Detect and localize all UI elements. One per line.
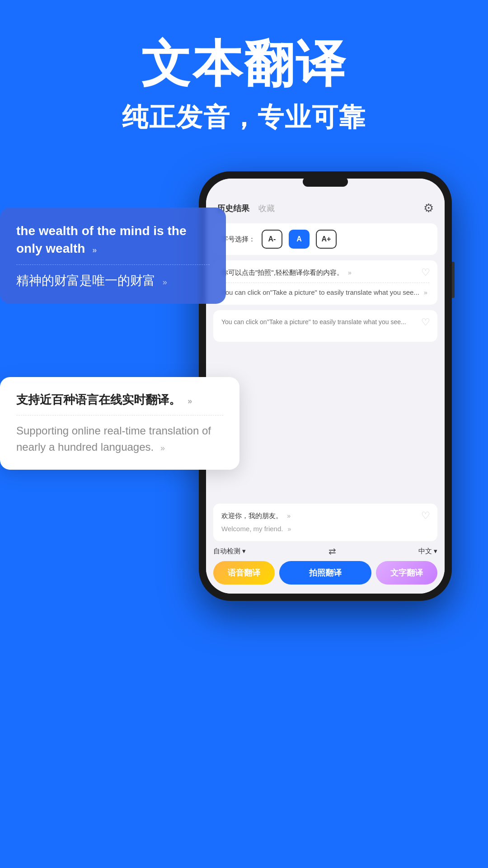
float-card-1-sound-icon[interactable]: »	[92, 245, 97, 256]
float-card-2-text-zh: 支持近百种语言在线实时翻译。 »	[16, 392, 223, 408]
lang-selector-row: 自动检测 ▾ ⇄ 中文 ▾	[213, 546, 437, 557]
heart-icon-1[interactable]: ♡	[421, 267, 430, 278]
history-card-1-zh: 你可以点击"拍照",轻松翻译你看的内容。 »	[221, 268, 429, 278]
history-card-3-en: Welcome, my friend. »	[221, 524, 429, 534]
card-1-divider	[221, 283, 429, 283]
text-translate-button[interactable]: 文字翻译	[376, 561, 437, 585]
heart-icon-2[interactable]: ♡	[421, 316, 430, 328]
font-medium-button[interactable]: A	[289, 230, 310, 249]
phone-side-button	[452, 262, 455, 298]
float-card-1: the wealth of the mind is the only wealt…	[0, 208, 226, 304]
float-card-1-text-zh: 精神的财富是唯一的财富 »	[16, 272, 210, 289]
swap-lang-button[interactable]: ⇄	[328, 546, 336, 557]
heart-icon-3[interactable]: ♡	[421, 510, 430, 522]
sound-icon-1a[interactable]: »	[348, 268, 352, 278]
font-size-label: 字号选择：	[221, 235, 255, 244]
phone-bottom: ♡ 欢迎你，我的朋友。 » Welcome, my friend. » 自动检测…	[206, 499, 445, 594]
phone-screen: 历史结果 收藏 ⚙ 字号选择： A- A A+ ♡ 你可以点击"拍照",轻松	[206, 179, 445, 594]
hero-subtitle: 纯正发音，专业可靠	[18, 100, 470, 135]
font-size-card: 字号选择： A- A A+	[213, 223, 437, 255]
history-card-1-en: You can click on"Take a picture" to easi…	[221, 288, 429, 298]
float-card-1-divider	[16, 264, 210, 265]
font-large-button[interactable]: A+	[316, 230, 337, 249]
float-card-1-sound-zh-icon[interactable]: »	[163, 278, 167, 287]
font-small-button[interactable]: A-	[262, 230, 282, 249]
phone-area: the wealth of the mind is the only wealt…	[0, 171, 488, 601]
float-card-1-text-en: the wealth of the mind is the only wealt…	[16, 222, 210, 257]
float-card-2-divider	[16, 415, 223, 415]
favorites-tab[interactable]: 收藏	[258, 203, 275, 214]
history-card-3: ♡ 欢迎你，我的朋友。 » Welcome, my friend. »	[213, 504, 437, 541]
screen-content: 字号选择： A- A A+ ♡ 你可以点击"拍照",轻松翻译你看的内容。 » Y…	[206, 220, 445, 351]
settings-icon[interactable]: ⚙	[423, 201, 434, 215]
hero-title: 文本翻译	[18, 36, 470, 91]
history-card-2-stub: You can click on"Take a picture" to easi…	[221, 317, 429, 327]
target-lang-button[interactable]: 中文 ▾	[418, 547, 437, 556]
sound-icon-3a[interactable]: »	[287, 511, 291, 521]
float-card-2-sound-icon[interactable]: »	[188, 396, 192, 407]
phone-notch	[303, 177, 348, 187]
history-card-1: ♡ 你可以点击"拍照",轻松翻译你看的内容。 » You can click o…	[213, 260, 437, 305]
float-card-2: 支持近百种语言在线实时翻译。 » Supporting online real-…	[0, 377, 239, 470]
sound-icon-1b[interactable]: »	[424, 288, 427, 297]
source-lang-button[interactable]: 自动检测 ▾	[213, 547, 246, 556]
hero-section: 文本翻译 纯正发音，专业可靠	[0, 0, 488, 153]
photo-translate-button[interactable]: 拍照翻译	[279, 561, 371, 585]
screen-header-left: 历史结果 收藏	[217, 203, 275, 214]
action-buttons-row: 语音翻译 拍照翻译 文字翻译	[213, 561, 437, 585]
voice-translate-button[interactable]: 语音翻译	[213, 561, 275, 585]
history-card-2: ♡ You can click on"Take a picture" to ea…	[213, 310, 437, 342]
float-card-2-text-en: Supporting online real-time translation …	[16, 423, 223, 455]
sound-icon-3b[interactable]: »	[288, 524, 291, 534]
float-card-2-sound-en-icon[interactable]: »	[160, 442, 165, 454]
history-card-3-zh: 欢迎你，我的朋友。 »	[221, 511, 429, 521]
